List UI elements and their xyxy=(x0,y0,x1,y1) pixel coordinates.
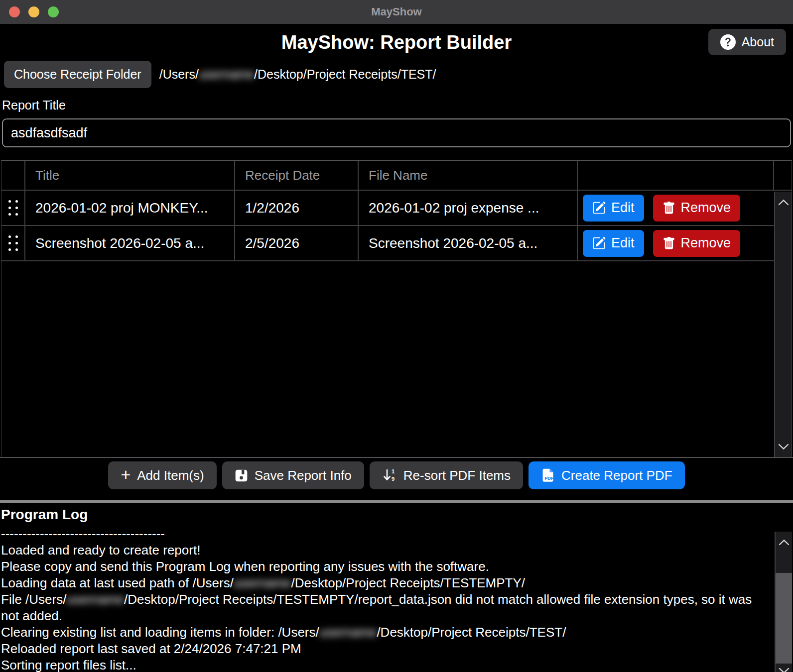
path-suffix: /Desktop/Project Receipts/TEST/ xyxy=(254,67,436,81)
page-title: MayShow: Report Builder xyxy=(0,24,793,53)
table-scrollbar[interactable] xyxy=(774,192,792,457)
redacted-username: username xyxy=(234,575,291,590)
remove-button-label: Remove xyxy=(681,235,731,251)
about-button-label: About xyxy=(742,35,774,49)
svg-text:1: 1 xyxy=(392,468,395,474)
pdf-file-icon: PDF xyxy=(541,468,555,483)
row-receipt-date-cell: 2/5/2026 xyxy=(235,226,359,260)
log-lines: --------------------------------------Lo… xyxy=(1,526,793,672)
row-file-name-cell: 2026-01-02 proj expense ... xyxy=(359,191,578,225)
create-report-pdf-label: Create Report PDF xyxy=(561,468,672,483)
pencil-square-icon xyxy=(592,236,606,250)
log-line: Please copy and send this Program Log wh… xyxy=(1,559,764,575)
choose-receipt-folder-button[interactable]: Choose Receipt Folder xyxy=(4,61,151,88)
column-header-receipt-date: Receipt Date xyxy=(235,161,359,190)
save-report-info-label: Save Report Info xyxy=(255,468,352,483)
svg-text:PDF: PDF xyxy=(544,476,554,481)
svg-text:9: 9 xyxy=(392,476,395,482)
plus-icon: + xyxy=(121,466,131,483)
column-header-title: Title xyxy=(25,161,235,190)
minimize-window-button[interactable] xyxy=(28,6,39,17)
zoom-window-button[interactable] xyxy=(48,6,59,17)
remove-button[interactable]: Remove xyxy=(653,230,741,257)
question-circle-icon xyxy=(720,34,736,50)
trash-icon xyxy=(662,202,675,215)
sort-numeric-down-icon: 1 9 xyxy=(382,468,397,483)
path-prefix: /Users/ xyxy=(159,67,199,81)
log-line: Sorting report files list... xyxy=(1,657,764,672)
add-items-button[interactable]: + Add Item(s) xyxy=(108,461,216,489)
log-line: Clearing existing list and loading items… xyxy=(1,624,764,641)
table-row: Screenshot 2026-02-05 a... 2/5/2026 Scre… xyxy=(1,226,774,261)
about-button[interactable]: About xyxy=(708,29,786,55)
log-line: File /Users/username/Desktop/Project Rec… xyxy=(1,591,764,624)
trash-icon xyxy=(662,237,675,250)
row-receipt-date-cell: 1/2/2026 xyxy=(235,191,359,225)
row-file-name-cell: Screenshot 2026-02-05 a... xyxy=(359,226,578,260)
resort-pdf-items-label: Re-sort PDF Items xyxy=(403,468,511,483)
toolbar: + Add Item(s) Save Report Info 1 9 Re-so… xyxy=(0,457,793,493)
scroll-up-icon[interactable] xyxy=(775,196,792,209)
report-title-input[interactable] xyxy=(2,118,791,147)
drag-handle-icon[interactable] xyxy=(1,191,25,225)
window-titlebar: MayShow xyxy=(0,0,793,24)
drag-column-header xyxy=(1,161,25,190)
table-body: 2026-01-02 proj MONKEY... 1/2/2026 2026-… xyxy=(1,191,774,457)
log-line: Loading data at last used path of /Users… xyxy=(1,575,764,591)
scroll-down-icon[interactable] xyxy=(775,440,792,453)
drag-handle-icon[interactable] xyxy=(1,226,25,260)
save-report-info-button[interactable]: Save Report Info xyxy=(222,461,364,489)
row-title-cell: Screenshot 2026-02-05 a... xyxy=(25,226,235,260)
remove-button-label: Remove xyxy=(681,200,731,216)
column-header-file-name: File Name xyxy=(359,161,578,190)
program-log-title: Program Log xyxy=(1,507,793,523)
log-line: Loaded and ready to create report! xyxy=(1,542,764,559)
log-scroll-up-icon[interactable] xyxy=(776,536,792,549)
receipt-folder-path: /Users/username/Desktop/Project Receipts… xyxy=(159,67,436,82)
pencil-square-icon xyxy=(592,201,606,215)
table-header-row: Title Receipt Date File Name xyxy=(1,161,792,191)
resort-pdf-items-button[interactable]: 1 9 Re-sort PDF Items xyxy=(370,461,523,489)
table-row: 2026-01-02 proj MONKEY... 1/2/2026 2026-… xyxy=(1,191,774,226)
report-items-table: Title Receipt Date File Name 2026-01-02 … xyxy=(1,160,792,457)
edit-button-label: Edit xyxy=(611,200,635,216)
row-title-cell: 2026-01-02 proj MONKEY... xyxy=(25,191,235,225)
edit-button[interactable]: Edit xyxy=(583,230,644,257)
remove-button[interactable]: Remove xyxy=(653,195,741,222)
close-window-button[interactable] xyxy=(9,6,20,17)
log-scrollbar[interactable] xyxy=(775,532,792,672)
floppy-save-icon xyxy=(235,469,248,482)
redacted-username: username xyxy=(66,592,124,607)
log-scrollbar-thumb[interactable] xyxy=(776,573,792,664)
window-title: MayShow xyxy=(371,5,421,18)
report-title-label: Report Title xyxy=(2,98,793,112)
redacted-username: username xyxy=(199,67,254,81)
log-line: -------------------------------------- xyxy=(1,526,764,542)
actions-column-header xyxy=(578,161,774,190)
edit-button[interactable]: Edit xyxy=(583,195,644,222)
redacted-username: username xyxy=(319,625,377,640)
edit-button-label: Edit xyxy=(611,235,635,251)
log-scroll-down-icon[interactable] xyxy=(776,664,792,672)
create-report-pdf-button[interactable]: PDF Create Report PDF xyxy=(529,461,685,489)
program-log-section: Program Log ----------------------------… xyxy=(0,503,793,672)
add-items-label: Add Item(s) xyxy=(137,468,204,483)
log-line: Reloaded report last saved at 2/24/2026 … xyxy=(1,641,764,657)
